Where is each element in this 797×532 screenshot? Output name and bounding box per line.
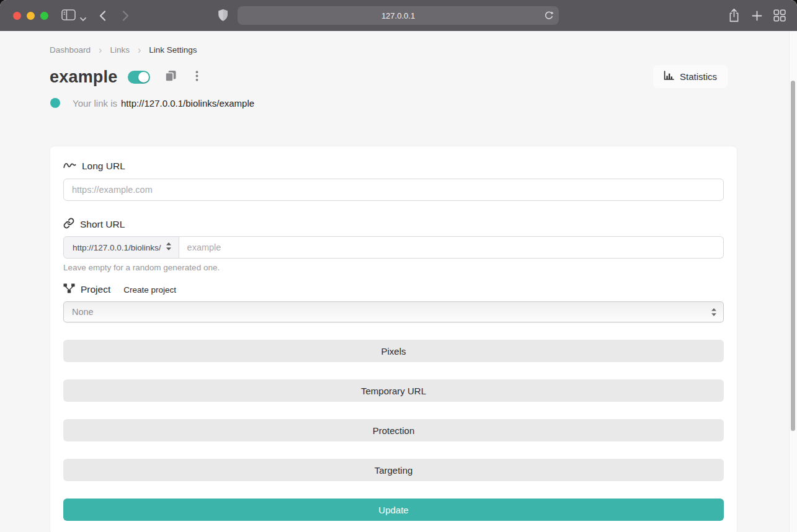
- status-dot: [50, 98, 60, 108]
- grid-icon: [773, 9, 786, 24]
- share-button[interactable]: [728, 8, 740, 25]
- bar-chart-icon: [664, 71, 674, 82]
- pixels-section-button[interactable]: Pixels: [63, 340, 724, 362]
- sort-arrows-icon: [711, 308, 716, 318]
- window-controls: [13, 12, 48, 20]
- sidebar-icon: [61, 9, 76, 22]
- breadcrumb-item-dashboard[interactable]: Dashboard: [50, 45, 91, 55]
- copy-icon: [165, 70, 177, 84]
- breadcrumb-separator-icon: ›: [138, 46, 141, 55]
- breadcrumb: Dashboard › Links › Link Settings: [50, 31, 737, 55]
- project-select[interactable]: None: [63, 301, 724, 322]
- link-options-menu-button[interactable]: [195, 71, 198, 83]
- long-url-input[interactable]: [63, 179, 724, 201]
- breadcrumb-separator-icon: ›: [99, 46, 102, 55]
- project-label-text: Project: [81, 284, 110, 295]
- address-bar: [238, 6, 559, 25]
- temporary-url-section-button[interactable]: Temporary URL: [63, 379, 724, 402]
- page-title: example: [50, 68, 117, 87]
- share-icon: [728, 8, 740, 25]
- scrollbar-track[interactable]: [789, 31, 797, 532]
- title-row: example: [50, 65, 737, 89]
- chevron-right-icon: [122, 11, 129, 23]
- sort-arrows-icon: [166, 242, 171, 252]
- back-button[interactable]: [99, 11, 106, 23]
- statistics-button[interactable]: Statistics: [653, 65, 728, 88]
- targeting-section-button[interactable]: Targeting: [63, 459, 724, 481]
- short-url-helper-text: Leave empty for a random generated one.: [63, 263, 724, 272]
- update-button[interactable]: Update: [63, 499, 724, 521]
- reload-icon: [544, 11, 554, 22]
- zoom-window-button[interactable]: [40, 12, 48, 20]
- statistics-label: Statistics: [680, 71, 717, 82]
- short-url-group: http://127.0.0.1/biolinks/: [63, 236, 724, 259]
- short-url-label-text: Short URL: [80, 219, 125, 230]
- short-url-label: Short URL: [63, 218, 724, 231]
- protection-section-button[interactable]: Protection: [63, 419, 724, 441]
- breadcrumb-item-link-settings: Link Settings: [149, 45, 197, 55]
- forward-button[interactable]: [122, 11, 129, 23]
- browser-window: Dashboard › Links › Link Settings exampl…: [0, 0, 797, 532]
- project-label-row: Project Create project: [63, 283, 724, 296]
- tab-overview-button[interactable]: [773, 9, 786, 24]
- close-window-button[interactable]: [13, 12, 21, 20]
- long-url-label: Long URL: [63, 159, 724, 173]
- link-enabled-toggle[interactable]: [128, 71, 150, 84]
- breadcrumb-item-links[interactable]: Links: [110, 45, 130, 55]
- long-url-label-text: Long URL: [82, 161, 125, 172]
- new-tab-button[interactable]: [752, 11, 762, 23]
- shield-icon: [218, 9, 228, 24]
- link-settings-card: Long URL Short URL http://127.0.0.1/biol…: [50, 146, 737, 532]
- privacy-report-button[interactable]: [218, 9, 228, 24]
- squiggle-icon: [63, 161, 76, 172]
- your-link-row: Your link is http://127.0.0.1/biolinks/e…: [50, 97, 737, 109]
- copy-link-button[interactable]: [165, 70, 177, 84]
- short-url-domain-value: http://127.0.0.1/biolinks/: [73, 243, 161, 252]
- reload-button[interactable]: [544, 11, 554, 22]
- your-link-prefix: Your link is: [73, 98, 117, 109]
- minimize-window-button[interactable]: [27, 12, 35, 20]
- chevron-left-icon: [99, 11, 106, 23]
- short-url-domain-select[interactable]: http://127.0.0.1/biolinks/: [63, 236, 179, 259]
- project-label: Project: [63, 283, 110, 296]
- toggle-knob: [138, 72, 149, 82]
- browser-toolbar: [0, 0, 797, 31]
- node-diagram-icon: [63, 283, 75, 296]
- plus-icon: [752, 11, 762, 23]
- url-input[interactable]: [238, 6, 559, 25]
- short-url-input[interactable]: [179, 236, 724, 259]
- scrollbar-thumb[interactable]: [791, 81, 795, 431]
- sidebar-menu-chevron-button[interactable]: [80, 14, 86, 23]
- page-content: Dashboard › Links › Link Settings exampl…: [0, 31, 797, 532]
- sidebar-toggle-button[interactable]: [61, 9, 76, 22]
- your-link-url[interactable]: http://127.0.0.1/biolinks/example: [121, 98, 254, 109]
- chevron-down-icon: [80, 14, 86, 23]
- project-select-value: None: [72, 307, 94, 317]
- kebab-menu-icon: [195, 71, 198, 83]
- chain-link-icon: [63, 218, 74, 231]
- create-project-link[interactable]: Create project: [123, 285, 176, 295]
